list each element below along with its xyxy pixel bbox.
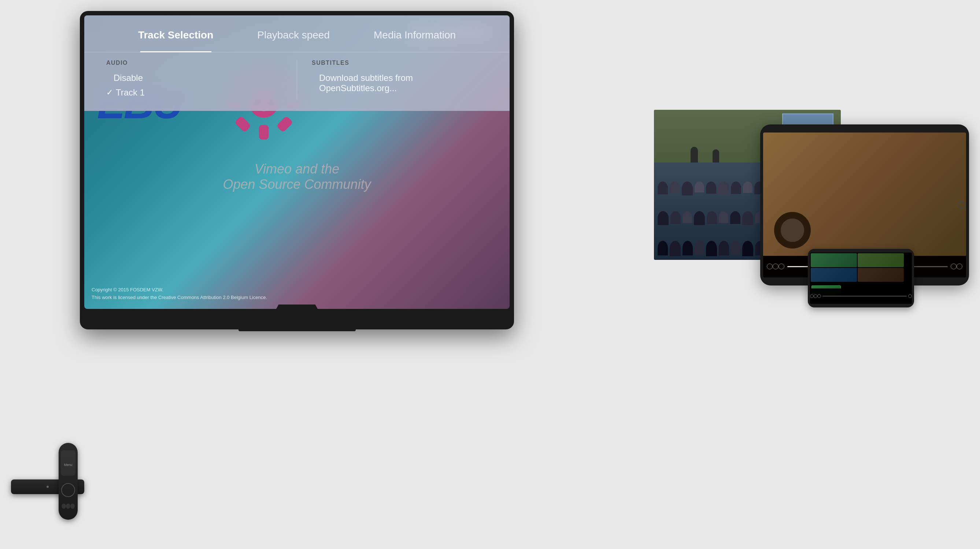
audio-track1-label: Track 1	[116, 87, 145, 98]
phone-frame	[808, 249, 914, 308]
phone-more-btn[interactable]	[908, 294, 912, 298]
tab-playback-speed[interactable]: Playback speed	[235, 25, 352, 44]
tire-graphic	[774, 212, 811, 249]
phone-skip-fwd-btn[interactable]	[817, 294, 821, 298]
phone-skip-back-btn[interactable]	[810, 294, 814, 298]
tab-bar: Track Selection Playback speed Media Inf…	[84, 15, 510, 52]
menu-overlay: Track Selection Playback speed Media Inf…	[84, 15, 510, 111]
remote-home-btn[interactable]	[66, 504, 70, 509]
remote-siri-btn[interactable]	[70, 504, 75, 509]
subtitles-header: SUBTITLES	[312, 60, 488, 66]
audio-track1-item[interactable]: ✓ Track 1	[106, 85, 282, 100]
svg-rect-9	[276, 116, 293, 133]
check-mark-icon: ✓	[106, 88, 113, 97]
copyright-line1: Copyright © 2015 FOSDEM VZW.	[92, 286, 267, 294]
tab-media-information[interactable]: Media Information	[352, 25, 478, 44]
appletv-led	[46, 486, 49, 488]
remote-nav-circle[interactable]	[61, 483, 75, 497]
audio-column: AUDIO Disable ✓ Track 1	[99, 60, 290, 100]
tablet-volume-btn[interactable]	[951, 263, 956, 270]
video-title: Vimeo and the Open Source Community	[223, 162, 371, 192]
tablet-home-button[interactable]	[958, 201, 966, 209]
tablet-play-btn[interactable]	[773, 263, 778, 270]
video-title-line2: Open Source Community	[223, 177, 371, 192]
copyright-text: Copyright © 2015 FOSDEM VZW. This work i…	[92, 286, 267, 301]
phone-thumbnail-4	[858, 268, 904, 282]
menu-content: AUDIO Disable ✓ Track 1 SUBTITLES Downlo…	[84, 52, 510, 111]
copyright-line2: This work is licensed under the Creative…	[92, 294, 267, 301]
phone-thumbnail-3	[811, 268, 857, 282]
tv-stand-foot	[239, 325, 356, 331]
remote-play-pause-btn[interactable]	[62, 504, 66, 509]
tv-screen: 0101100101100010011100110100100101001001…	[84, 15, 510, 309]
tv-stand	[80, 305, 514, 331]
tablet-skip-fwd-btn[interactable]	[778, 263, 784, 270]
svg-rect-3	[259, 125, 269, 140]
tv-stand-neck	[261, 305, 334, 325]
video-title-line1: Vimeo and the	[223, 162, 371, 177]
phone-thumbnail-grid	[810, 252, 912, 282]
subtitles-column: SUBTITLES Download subtitles from OpenSu…	[304, 60, 495, 100]
tab-track-selection[interactable]: Track Selection	[116, 25, 235, 44]
phone-controls[interactable]	[810, 289, 912, 304]
tablet-skip-back-btn[interactable]	[767, 263, 773, 270]
apple-tv-remote: Menu	[59, 443, 78, 520]
column-divider	[297, 60, 297, 100]
phone-play-btn[interactable]	[814, 294, 817, 298]
phone-thumbnail-1	[811, 253, 857, 267]
svg-rect-8	[234, 116, 251, 133]
remote-button-row	[62, 504, 75, 509]
tablet-fullscreen-btn[interactable]	[956, 263, 963, 270]
audio-header: AUDIO	[106, 60, 282, 66]
remote-menu-button[interactable]: Menu	[64, 463, 73, 466]
subtitles-download-item[interactable]: Download subtitles from OpenSubtitles.or…	[312, 71, 488, 95]
phone-progress-bar[interactable]	[822, 296, 907, 297]
phone-thumbnail-2	[858, 253, 904, 267]
phone-screen	[810, 252, 912, 304]
tablet-video-content	[763, 132, 966, 256]
audio-disable-item[interactable]: Disable	[106, 71, 282, 85]
tv-frame: 0101100101100010011100110100100101001001…	[80, 11, 514, 329]
